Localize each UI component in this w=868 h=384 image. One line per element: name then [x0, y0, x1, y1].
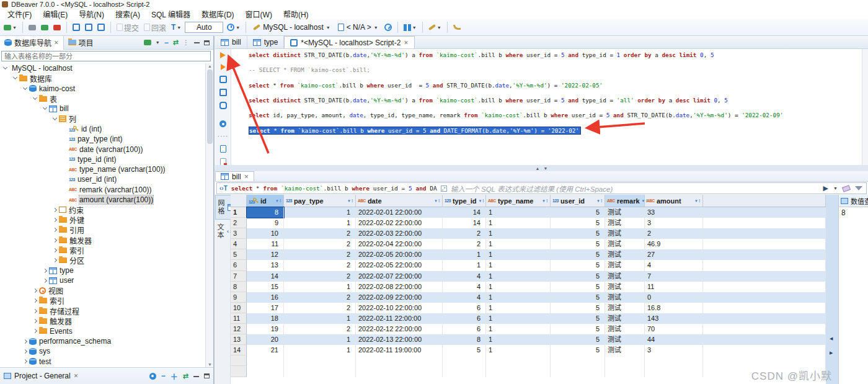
connect-button[interactable] — [27, 24, 37, 32]
sql-editor-scrollbar[interactable] — [862, 49, 868, 165]
grid-cell[interactable]: 2 — [284, 271, 356, 282]
grid-cell[interactable]: 11 — [645, 282, 703, 292]
grid-cell[interactable]: 16.8 — [645, 303, 703, 313]
minimize-icon[interactable] — [193, 375, 199, 377]
layout-button[interactable]: ▼ — [402, 23, 418, 32]
sql-line-selected[interactable]: select * from `kaimo-cost`.bill b where … — [249, 127, 581, 134]
grid-cell[interactable]: 4 — [443, 282, 486, 292]
grid-row[interactable] — [231, 355, 826, 366]
grid-cell[interactable]: 测试 — [605, 303, 645, 313]
grid-cell[interactable]: 5 — [551, 282, 605, 292]
grid-cell[interactable]: 2022-02-02 22:00:00 — [356, 218, 443, 228]
grid-row[interactable]: 71422022-02-07 22:00:00415测试7 — [231, 271, 826, 282]
grid-cell[interactable]: 10 — [247, 228, 284, 239]
grid-cell[interactable]: 1 — [486, 218, 551, 228]
tree-item[interactable]: type — [0, 266, 205, 275]
grid-cell[interactable]: 2022-02-01 22:00:00 — [356, 207, 443, 218]
explain-plan-button[interactable] — [219, 102, 227, 109]
grid-cell[interactable]: 2022-02-08 22:00:00 — [356, 282, 443, 292]
grid-cell[interactable]: 测试 — [605, 260, 645, 270]
new-sql-editor-button[interactable] — [96, 22, 106, 32]
grid-cell[interactable]: 14 — [247, 271, 284, 282]
back-button[interactable] — [452, 24, 462, 31]
grid-cell[interactable]: 4 — [443, 271, 486, 282]
grid-cell[interactable]: 14 — [443, 207, 486, 218]
grid-cell[interactable] — [605, 355, 645, 366]
grid-cell[interactable]: 测试 — [605, 228, 645, 239]
grid-cell[interactable]: 测试 — [605, 282, 645, 292]
grid-cell[interactable]: 2022-02-07 22:00:00 — [356, 271, 443, 282]
results-tab-bill[interactable]: bill ✕ — [215, 171, 254, 181]
tree-expander-icon[interactable] — [33, 329, 37, 333]
sort-icon[interactable]: ↕ — [351, 198, 353, 203]
grid-cell[interactable]: 16 — [247, 292, 284, 303]
sql-editor-button[interactable] — [71, 22, 81, 32]
grid-cell[interactable]: 5 — [551, 334, 605, 345]
tree-item[interactable]: 触发器 — [0, 235, 205, 245]
grid-row[interactable]: 51222022-02-05 20:00:00115测试27 — [231, 249, 826, 260]
maximize-icon[interactable] — [204, 40, 210, 45]
menu-item[interactable]: SQL 编辑器 — [146, 8, 195, 20]
row-number-cell[interactable]: 4 — [231, 239, 247, 249]
grid-cell[interactable] — [356, 366, 443, 377]
grid-cell[interactable]: 测试 — [605, 292, 645, 303]
grid-cell[interactable]: 2022-02-12 22:00:00 — [356, 324, 443, 334]
commit-button[interactable]: 提交 — [115, 21, 140, 34]
grid-cell[interactable]: 5 — [551, 303, 605, 313]
tree-expander-icon[interactable] — [33, 288, 37, 293]
new-connection-button[interactable]: ▼ — [2, 24, 18, 32]
tree-expander-icon[interactable] — [53, 208, 57, 212]
open-sql-script-button[interactable] — [84, 22, 94, 32]
grid-cell[interactable]: 1 — [284, 345, 356, 355]
grid-cell[interactable]: 1 — [486, 271, 551, 282]
tree-expander-icon[interactable] — [53, 258, 57, 262]
grid-cell[interactable]: 6 — [443, 303, 486, 313]
tree-expander-icon[interactable] — [23, 349, 27, 354]
grid-cell[interactable]: 测试 — [605, 345, 645, 355]
grid-cell[interactable]: 2 — [284, 303, 356, 313]
splitter-up-icon[interactable]: ▲ — [536, 166, 540, 171]
grid-row[interactable]: 91622022-02-09 22:00:00415测试0 — [231, 292, 826, 303]
apply-filter-icon[interactable]: ▶ — [823, 184, 828, 192]
grid-cell[interactable]: 5 — [551, 313, 605, 324]
grid-cell[interactable]: 2022-02-04 22:00:00 — [356, 239, 443, 249]
grid-cell[interactable]: 46.9 — [645, 239, 703, 249]
grid-cell[interactable]: 1 — [486, 292, 551, 303]
tree-expander-icon[interactable] — [33, 319, 37, 323]
grid-cell[interactable]: 2 — [284, 228, 356, 239]
grid-cell[interactable]: 1 — [443, 249, 486, 260]
transaction-mode-select[interactable]: Auto — [185, 22, 223, 33]
grid-cell[interactable]: 2022-02-11 22:00:00 — [356, 313, 443, 324]
grid-cell[interactable]: 2022-02-05 22:00:00 — [356, 260, 443, 270]
tree-expander-icon[interactable] — [13, 75, 17, 79]
link-icon[interactable]: ⇄ — [183, 372, 188, 380]
grid-cell[interactable]: 测试 — [605, 249, 645, 260]
grid-row[interactable]: 2912022-02-02 22:00:001415测试3 — [231, 218, 826, 228]
tree-expander-icon[interactable] — [23, 339, 27, 344]
grid-cell[interactable]: 2022-02-10 22:00:00 — [356, 303, 443, 313]
grid-cell[interactable]: 1 — [486, 282, 551, 292]
grid-cell[interactable]: 27 — [645, 249, 703, 260]
grid-cell[interactable]: 13 — [247, 260, 284, 270]
history-button[interactable]: ▼ — [226, 22, 241, 32]
grid-cell[interactable]: 19 — [247, 324, 284, 334]
tree-item[interactable]: test — [0, 357, 205, 367]
grid-cell[interactable]: 5 — [443, 345, 486, 355]
tree-expander-icon[interactable] — [23, 86, 27, 90]
grid-cell[interactable]: 1 — [284, 207, 356, 218]
add-connection-caret[interactable]: ▼ — [156, 40, 160, 45]
sql-text-area[interactable]: select distinct STR_TO_DATE(b.date,'%Y-%… — [231, 49, 862, 165]
grid-cell[interactable]: 21 — [247, 345, 284, 355]
column-header-remark[interactable]: ABCremark▼↕ — [605, 195, 645, 207]
grid-cell[interactable]: 33 — [645, 207, 703, 218]
column-header-type_name[interactable]: ABCtype_name▼↕ — [486, 195, 551, 207]
sql-line[interactable] — [249, 74, 862, 81]
grid-row[interactable]: 111812022-02-11 22:00:00615测试143 — [231, 313, 826, 324]
grid-cell[interactable]: 2 — [284, 249, 356, 260]
tree-item[interactable]: performance_schema — [0, 336, 205, 346]
grid-cell[interactable]: 8 — [247, 207, 284, 218]
grid-cell[interactable]: 2022-02-09 22:00:00 — [356, 292, 443, 303]
project-tab-label[interactable]: Project - General — [14, 372, 71, 380]
collapse-left-icon[interactable]: ◀ — [830, 336, 833, 341]
grid-cell[interactable] — [486, 366, 551, 377]
